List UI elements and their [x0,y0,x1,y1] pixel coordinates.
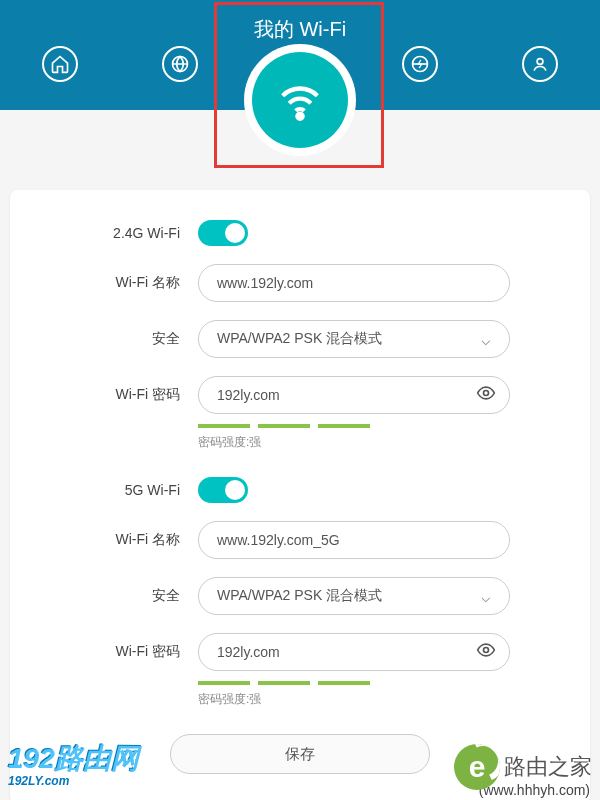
wifi24-strength-bars [198,424,510,428]
watermark-logo-icon: e [454,744,500,790]
wifi24-name-input[interactable] [198,264,510,302]
watermark-left: 192路由网 192LY.com [8,740,139,788]
svg-point-3 [297,114,302,119]
nav-user-icon[interactable] [522,46,558,82]
wifi5-band-label: 5G Wi-Fi [90,482,180,498]
svg-point-4 [484,391,489,396]
wifi5-security-select[interactable]: WPA/WPA2 PSK 混合模式 ⌵ [198,577,510,615]
chevron-down-icon: ⌵ [481,587,491,606]
wifi5-security-label: 安全 [90,587,180,605]
wifi5-strength-bars [198,681,510,685]
wifi24-password-label: Wi-Fi 密码 [90,386,180,404]
wifi5-name-input[interactable] [198,521,510,559]
wifi24-password-input[interactable] [198,376,510,414]
nav-globe-icon[interactable] [162,46,198,82]
wifi5-name-label: Wi-Fi 名称 [90,531,180,549]
wifi24-security-label: 安全 [90,330,180,348]
eye-icon[interactable] [476,383,496,407]
wifi5-toggle[interactable] [198,477,248,503]
wifi24-band-label: 2.4G Wi-Fi [90,225,180,241]
svg-point-5 [484,648,489,653]
chevron-down-icon: ⌵ [481,330,491,349]
nav-globe-bolt-icon[interactable] [402,46,438,82]
wifi5-password-input[interactable] [198,633,510,671]
wifi24-security-select[interactable]: WPA/WPA2 PSK 混合模式 ⌵ [198,320,510,358]
eye-icon[interactable] [476,640,496,664]
wifi5-security-value: WPA/WPA2 PSK 混合模式 [217,587,382,605]
watermark-right: e 路由之家 [454,744,592,790]
settings-card: 2.4G Wi-Fi Wi-Fi 名称 安全 WPA/WPA2 PSK 混合模式… [10,190,590,800]
wifi5-password-label: Wi-Fi 密码 [90,643,180,661]
wifi24-name-label: Wi-Fi 名称 [90,274,180,292]
svg-point-2 [537,59,543,65]
wifi24-strength-text: 密码强度:强 [198,434,510,451]
nav-home-icon[interactable] [42,46,78,82]
wifi24-toggle[interactable] [198,220,248,246]
wifi24-security-value: WPA/WPA2 PSK 混合模式 [217,330,382,348]
wifi5-strength-text: 密码强度:强 [198,691,510,708]
save-button[interactable]: 保存 [170,734,430,774]
page-title: 我的 Wi-Fi [254,16,346,43]
wifi-center-button[interactable] [244,44,356,156]
wifi-icon [274,74,326,126]
